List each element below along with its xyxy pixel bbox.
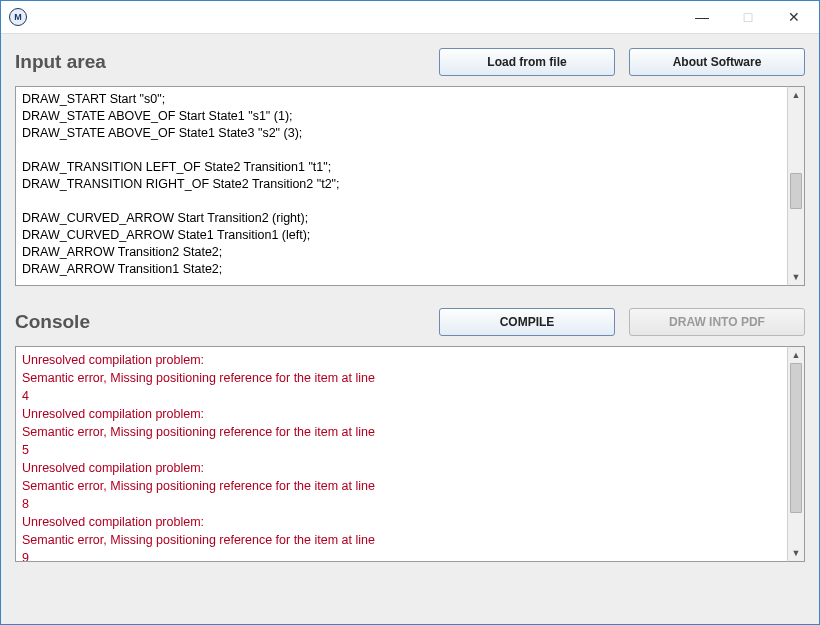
load-from-file-button[interactable]: Load from file <box>439 48 615 76</box>
scroll-thumb[interactable] <box>790 363 802 513</box>
minimize-button[interactable]: — <box>679 2 725 32</box>
scroll-thumb[interactable] <box>790 173 802 209</box>
input-buttons: Load from file About Software <box>439 48 805 76</box>
client-area: Input area Load from file About Software… <box>1 33 819 624</box>
console-error-line: Semantic error, Missing positioning refe… <box>22 369 382 405</box>
console-error-line: Unresolved compilation problem: <box>22 351 382 369</box>
scroll-track[interactable] <box>788 103 804 269</box>
console-error-line: Semantic error, Missing positioning refe… <box>22 477 382 513</box>
input-box: DRAW_START Start "s0"; DRAW_STATE ABOVE_… <box>15 86 805 286</box>
draw-into-pdf-button: DRAW INTO PDF <box>629 308 805 336</box>
about-software-button[interactable]: About Software <box>629 48 805 76</box>
console-error-line: Unresolved compilation problem: <box>22 405 382 423</box>
scroll-track[interactable] <box>788 363 804 545</box>
console-error-line: Semantic error, Missing positioning refe… <box>22 531 382 562</box>
input-title: Input area <box>15 51 106 73</box>
console-error-line: Unresolved compilation problem: <box>22 459 382 477</box>
scroll-up-icon[interactable]: ▲ <box>788 347 804 363</box>
input-header: Input area Load from file About Software <box>15 48 805 76</box>
app-icon: M <box>9 8 27 26</box>
app-window: M — □ ✕ Input area Load from file About … <box>0 0 820 625</box>
input-scrollbar[interactable]: ▲ ▼ <box>787 86 805 286</box>
console-output[interactable]: Unresolved compilation problem:Semantic … <box>15 346 787 562</box>
console-scrollbar[interactable]: ▲ ▼ <box>787 346 805 562</box>
input-textarea[interactable]: DRAW_START Start "s0"; DRAW_STATE ABOVE_… <box>15 86 787 286</box>
console-header: Console COMPILE DRAW INTO PDF <box>15 308 805 336</box>
maximize-button[interactable]: □ <box>725 2 771 32</box>
console-buttons: COMPILE DRAW INTO PDF <box>439 308 805 336</box>
console-error-line: Unresolved compilation problem: <box>22 513 382 531</box>
window-controls: — □ ✕ <box>679 2 817 32</box>
close-button[interactable]: ✕ <box>771 2 817 32</box>
titlebar: M — □ ✕ <box>1 1 819 33</box>
compile-button[interactable]: COMPILE <box>439 308 615 336</box>
titlebar-left: M <box>9 8 27 26</box>
scroll-up-icon[interactable]: ▲ <box>788 87 804 103</box>
scroll-down-icon[interactable]: ▼ <box>788 269 804 285</box>
console-error-line: Semantic error, Missing positioning refe… <box>22 423 382 459</box>
console-box: Unresolved compilation problem:Semantic … <box>15 346 805 562</box>
scroll-down-icon[interactable]: ▼ <box>788 545 804 561</box>
console-title: Console <box>15 311 90 333</box>
